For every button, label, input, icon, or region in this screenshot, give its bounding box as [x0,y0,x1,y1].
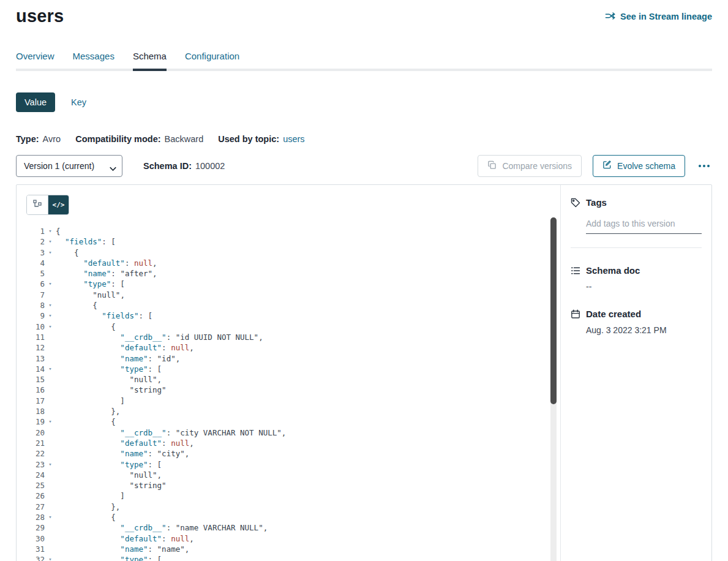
fold-toggle-icon[interactable]: ▾ [45,322,56,332]
code-line: 21 "default": null, [25,438,546,448]
compare-versions-button[interactable]: Compare versions [478,155,582,177]
date-created-title-label: Date created [586,309,641,319]
fold-toggle-icon[interactable]: ▾ [45,247,56,258]
code-line: 19▾ { [25,416,546,427]
schema-panel: </> 1▾{2▾ "fields": [3▾ {4 "default": nu… [16,184,712,561]
fold-spacer [45,342,56,353]
code-line: 26 ] [25,491,546,501]
meta-topic-label: Used by topic: [218,134,279,144]
code-line: 9▾ "fields": [ [25,311,546,321]
fold-spacer [45,427,56,438]
version-select[interactable]: Version 1 (current) [16,155,122,177]
line-number: 31 [25,544,45,554]
fold-spacer [45,502,56,512]
fold-toggle-icon[interactable]: ▾ [45,512,56,522]
fold-spacer [45,448,56,459]
line-number: 23 [25,459,45,470]
meta-type-label: Type: [16,134,39,144]
evolve-schema-icon [602,160,612,171]
code-text: "name": "id", [56,353,546,364]
code-lines: 1▾{2▾ "fields": [3▾ {4 "default": null,5… [17,220,560,561]
code-line: 17 ] [25,396,546,406]
tab-overview[interactable]: Overview [16,51,54,69]
code-text: }, [56,502,546,512]
tab-schema[interactable]: Schema [133,51,167,71]
code-line: 12 "default": null, [25,342,546,353]
tree-view-button[interactable] [27,195,48,214]
code-text: { [56,416,546,427]
code-text: "type": [ [56,554,546,561]
schema-sidebar: Tags Schema doc -- [561,185,711,561]
subtab-value[interactable]: Value [16,92,55,112]
line-number: 22 [25,448,45,459]
line-number: 14 [25,364,45,374]
evolve-schema-button[interactable]: Evolve schema [593,155,685,177]
meta-topic: Used by topic:users [218,134,304,144]
code-line: 3▾ { [25,247,546,258]
fold-toggle-icon[interactable]: ▾ [45,554,56,561]
fold-toggle-icon[interactable]: ▾ [45,279,56,289]
sidebar-divider [571,247,702,248]
fold-toggle-icon[interactable]: ▾ [45,364,56,374]
code-text: "__crdb__": "city VARCHAR NOT NULL", [56,427,546,438]
code-line: 18 }, [25,406,546,416]
code-scrollbar-track[interactable] [550,217,557,561]
schema-code-panel: </> 1▾{2▾ "fields": [3▾ {4 "default": nu… [17,185,561,561]
code-line: 4 "default": null, [25,258,546,268]
schema-doc-title: Schema doc [571,265,702,276]
code-view-button[interactable]: </> [48,195,69,214]
schema-toolbar: Version 1 (current) Schema ID:100002 Com… [16,155,712,177]
line-number: 27 [25,502,45,512]
schema-id-label: Schema ID: [143,161,192,171]
topic-link[interactable]: users [283,134,304,144]
schema-id: Schema ID:100002 [143,161,225,171]
add-tags-input[interactable] [586,217,702,234]
code-text: "string" [56,480,546,491]
calendar-icon [571,309,580,319]
fold-spacer [45,258,56,268]
line-number: 16 [25,385,45,395]
code-line: 1▾{ [25,226,546,236]
tab-configuration[interactable]: Configuration [185,51,239,69]
page: users See in Stream lineage Overview Mes… [0,0,728,561]
code-text: "name": "after", [56,268,546,279]
date-created-title: Date created [571,309,702,319]
code-scrollbar-thumb[interactable] [550,217,557,404]
fold-toggle-icon[interactable]: ▾ [45,311,56,321]
code-text: { [56,226,546,236]
tags-section-title: Tags [571,197,702,208]
line-number: 25 [25,480,45,491]
fold-toggle-icon[interactable]: ▾ [45,236,56,247]
line-number: 1 [25,226,45,236]
stream-lineage-link[interactable]: See in Stream lineage [605,11,712,21]
code-text: { [56,247,546,258]
code-text: "fields": [ [56,311,546,321]
fold-toggle-icon[interactable]: ▾ [45,459,56,470]
code-line: 11 "__crdb__": "id UUID NOT NULL", [25,332,546,342]
fold-spacer [45,353,56,364]
code-text: { [56,322,546,332]
code-line: 16 "string" [25,385,546,395]
schema-doc-value: -- [586,282,702,292]
code-line: 6▾ "type": [ [25,279,546,289]
fold-toggle-icon[interactable]: ▾ [45,300,56,311]
fold-spacer [45,385,56,395]
line-number: 2 [25,236,45,247]
page-header: users See in Stream lineage [16,6,712,26]
fold-toggle-icon[interactable]: ▾ [45,226,56,236]
meta-compatibility: Compatibility mode:Backward [75,134,203,144]
meta-type: Type:Avro [16,134,61,144]
line-number: 11 [25,332,45,342]
fold-spacer [45,290,56,300]
line-number: 13 [25,353,45,364]
fold-spacer [45,480,56,491]
subtab-key[interactable]: Key [71,97,86,107]
fold-toggle-icon[interactable]: ▾ [45,416,56,427]
fold-spacer [45,374,56,385]
code-text: "null", [56,290,546,300]
code-line: 5 "name": "after", [25,268,546,279]
code-line: 28▾ { [25,512,546,522]
tab-messages[interactable]: Messages [73,51,114,69]
more-options-button[interactable] [696,161,712,171]
schema-id-value: 100002 [195,161,225,171]
